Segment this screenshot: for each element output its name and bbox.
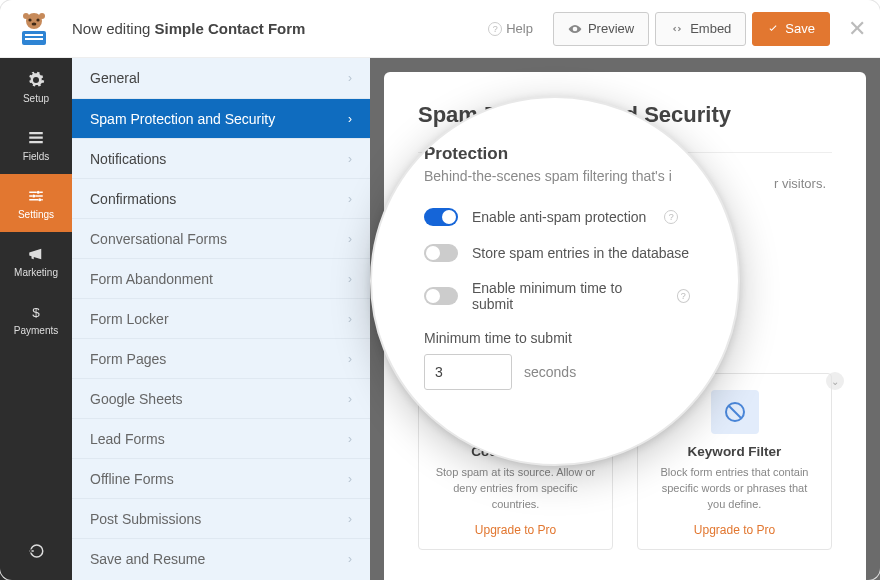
- svg-text:$: $: [32, 304, 40, 319]
- upgrade-link[interactable]: Upgrade to Pro: [652, 523, 817, 537]
- sidebar-item[interactable]: Form Locker›: [72, 298, 370, 338]
- sidebar-item[interactable]: Conversational Forms›: [72, 218, 370, 258]
- rail-settings[interactable]: Settings: [0, 174, 72, 232]
- sidebar-item-label: Offline Forms: [90, 471, 174, 487]
- sidebar-item-label: General: [90, 70, 140, 86]
- sidebar-item[interactable]: Post Submissions›: [72, 498, 370, 538]
- rail-label: Settings: [18, 209, 54, 220]
- rail-payments[interactable]: $ Payments: [0, 290, 72, 348]
- sidebar-item-label: Form Abandonment: [90, 271, 213, 287]
- svg-point-1: [28, 18, 31, 21]
- list-icon: [27, 129, 45, 147]
- check-icon: [767, 23, 779, 35]
- chevron-right-icon: ›: [348, 512, 352, 526]
- gear-icon: [27, 71, 45, 89]
- svg-rect-11: [29, 141, 43, 143]
- sidebar-item[interactable]: Google Sheets›: [72, 378, 370, 418]
- settings-sidebar: General› Spam Protection and Security› N…: [72, 58, 370, 580]
- chevron-right-icon: ›: [348, 152, 352, 166]
- code-icon: [670, 22, 684, 36]
- chevron-right-icon: ›: [348, 112, 352, 126]
- history-icon: [27, 542, 45, 560]
- sidebar-item-label: Conversational Forms: [90, 231, 227, 247]
- sidebar-item[interactable]: Offline Forms›: [72, 458, 370, 498]
- rail-fields[interactable]: Fields: [0, 116, 72, 174]
- app-logo: [14, 9, 54, 49]
- card-keyword-filter: Keyword Filter Block form entries that c…: [637, 373, 832, 550]
- sidebar-item-label: Save and Resume: [90, 551, 205, 567]
- globe-icon: [492, 390, 540, 434]
- settings-panel: Spam Protection and Security r visitors.…: [384, 72, 866, 580]
- card-title: Keyword Filter: [652, 444, 817, 459]
- chevron-right-icon: ›: [348, 312, 352, 326]
- chevron-right-icon: ›: [348, 71, 352, 85]
- svg-point-13: [32, 194, 35, 197]
- chevron-right-icon: ›: [348, 232, 352, 246]
- rail-history[interactable]: [0, 522, 72, 580]
- upgrade-link[interactable]: Upgrade to Pro: [433, 523, 598, 537]
- page-title: Spam Protection and Security: [418, 102, 832, 128]
- rail-setup[interactable]: Setup: [0, 58, 72, 116]
- rail-label: Fields: [23, 151, 50, 162]
- sidebar-item-label: Post Submissions: [90, 511, 201, 527]
- rail-marketing[interactable]: Marketing: [0, 232, 72, 290]
- sidebar-item-label: Google Sheets: [90, 391, 183, 407]
- visitors-fragment: r visitors.: [774, 176, 826, 191]
- chevron-right-icon: ›: [348, 552, 352, 566]
- chevron-right-icon: ›: [348, 472, 352, 486]
- sidebar-item[interactable]: Form Abandonment›: [72, 258, 370, 298]
- svg-point-14: [38, 198, 41, 201]
- sidebar-item-label: Notifications: [90, 151, 166, 167]
- chevron-right-icon: ›: [348, 192, 352, 206]
- card-desc: Block form entries that contain specific…: [652, 465, 817, 513]
- help-icon: ?: [488, 22, 502, 36]
- chevron-right-icon: ›: [348, 352, 352, 366]
- rail-label: Setup: [23, 93, 49, 104]
- left-rail: Setup Fields Settings Marketing $ Paymen…: [0, 58, 72, 580]
- svg-point-5: [39, 13, 45, 19]
- svg-rect-9: [29, 132, 43, 134]
- close-icon[interactable]: ✕: [848, 16, 866, 42]
- sliders-icon: [27, 187, 45, 205]
- card-country-filter: Country Filter Stop spam at its source. …: [418, 373, 613, 550]
- rail-label: Payments: [14, 325, 58, 336]
- main-area: Spam Protection and Security r visitors.…: [370, 58, 880, 580]
- sidebar-item[interactable]: Form Pages›: [72, 338, 370, 378]
- divider: [418, 152, 832, 153]
- editing-label: Now editing Simple Contact Form: [72, 20, 305, 37]
- help-link[interactable]: ? Help: [484, 21, 533, 36]
- sidebar-item-label: Spam Protection and Security: [90, 111, 275, 127]
- sidebar-item-label: Form Locker: [90, 311, 169, 327]
- sidebar-item-general[interactable]: General›: [72, 58, 370, 98]
- svg-point-12: [37, 190, 40, 193]
- chevron-right-icon: ›: [348, 272, 352, 286]
- svg-rect-8: [25, 38, 43, 40]
- chevron-right-icon: ›: [348, 392, 352, 406]
- chevron-right-icon: ›: [348, 432, 352, 446]
- rail-label: Marketing: [14, 267, 58, 278]
- svg-point-2: [36, 18, 39, 21]
- svg-point-4: [23, 13, 29, 19]
- embed-button[interactable]: Embed: [655, 12, 746, 46]
- block-icon: [711, 390, 759, 434]
- svg-line-18: [729, 406, 741, 418]
- svg-point-3: [32, 22, 37, 25]
- svg-rect-7: [25, 34, 43, 36]
- sidebar-item-notifications[interactable]: Notifications›: [72, 138, 370, 178]
- dollar-icon: $: [27, 303, 45, 321]
- sidebar-item-label: Confirmations: [90, 191, 176, 207]
- sidebar-item-label: Form Pages: [90, 351, 166, 367]
- save-button[interactable]: Save: [752, 12, 830, 46]
- svg-rect-10: [29, 136, 43, 138]
- megaphone-icon: [27, 245, 45, 263]
- sidebar-item-label: Lead Forms: [90, 431, 165, 447]
- sidebar-item-confirmations[interactable]: Confirmations›: [72, 178, 370, 218]
- card-desc: Stop spam at its source. Allow or deny e…: [433, 465, 598, 513]
- eye-icon: [568, 22, 582, 36]
- sidebar-item[interactable]: Save and Resume›: [72, 538, 370, 578]
- topbar: Now editing Simple Contact Form ? Help P…: [0, 0, 880, 58]
- sidebar-item-spam[interactable]: Spam Protection and Security›: [72, 98, 370, 138]
- card-title: Country Filter: [433, 444, 598, 459]
- sidebar-item[interactable]: Lead Forms›: [72, 418, 370, 458]
- preview-button[interactable]: Preview: [553, 12, 649, 46]
